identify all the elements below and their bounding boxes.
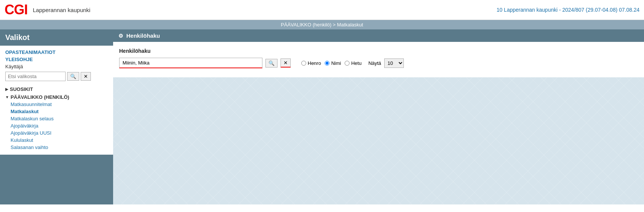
gear-icon: ⚙: [118, 33, 123, 39]
right-panel: ⚙ Henkilöhaku Henkilöhaku 🔍 ✕ Henro Nimi: [113, 29, 644, 204]
radio-henro[interactable]: [301, 61, 306, 66]
nav-section-suosikit: ▶ SUOSIKIT: [5, 86, 108, 92]
panel-title: Henkilöhaku: [126, 32, 160, 39]
panel-section-title: Henkilöhaku: [119, 48, 638, 54]
nav-item-matkalaskut[interactable]: Matkalaskut: [5, 108, 108, 115]
suosikit-arrow: ▶: [5, 87, 8, 91]
sidebar: Valikot OPASTEANIMAATIOT YLEISOHJE Käytt…: [0, 29, 113, 204]
main-search-input[interactable]: [119, 58, 262, 68]
sidebar-content: OPASTEANIMAATIOT YLEISOHJE Käyttäjä 🔍 ✕ …: [0, 46, 113, 155]
breadcrumb-text: PÄÄVALIKKO (henkilö) > Matkalaskut: [281, 22, 363, 28]
sidebar-link-opasteanimaatiot[interactable]: OPASTEANIMAATIOT: [5, 49, 108, 55]
radio-henro-label[interactable]: Henro: [301, 60, 321, 66]
main-clear-button[interactable]: ✕: [281, 58, 291, 68]
nav-section-paavaliko: ▼ PÄÄVALIKKO (HENKILÖ) Matkasuunnitelmat…: [5, 94, 108, 151]
search-form-row: 🔍 ✕ Henro Nimi Hetu Nä: [119, 58, 638, 68]
nayta-select[interactable]: 10 20 50 100: [384, 58, 404, 68]
panel-header: ⚙ Henkilöhaku: [113, 29, 644, 42]
nav-item-kululaskut[interactable]: Kululaskut: [5, 137, 108, 144]
radio-hetu[interactable]: [345, 61, 350, 66]
main-layout: Valikot OPASTEANIMAATIOT YLEISOHJE Käytt…: [0, 29, 644, 204]
main-search-button[interactable]: 🔍: [265, 59, 278, 68]
cgi-logo: CGI: [5, 3, 28, 17]
sidebar-search-row: 🔍 ✕: [5, 72, 108, 81]
paavaliko-arrow: ▼: [5, 95, 9, 99]
kayttaja-label: Käyttäjä: [5, 64, 108, 69]
nav-item-salasanan-vaihto[interactable]: Salasanan vaihto: [5, 144, 108, 151]
radio-nimi[interactable]: [325, 61, 330, 66]
sidebar-link-yleisohje[interactable]: YLEISOHJE: [5, 57, 108, 62]
nav-item-matkasuunnitelmat[interactable]: Matkasuunnitelmat: [5, 101, 108, 108]
sidebar-clear-button[interactable]: ✕: [81, 72, 91, 81]
paavaliko-label: PÄÄVALIKKO (HENKILÖ): [11, 94, 69, 100]
radio-henro-text: Henro: [308, 60, 321, 66]
suosikit-label: SUOSIKIT: [10, 86, 33, 92]
nav-item-matkalaskun-selaus[interactable]: Matkalaskun selaus: [5, 115, 108, 122]
sidebar-search-button[interactable]: 🔍: [67, 72, 79, 81]
nayta-label: Näytä: [368, 60, 381, 66]
suosikit-title[interactable]: ▶ SUOSIKIT: [5, 86, 108, 92]
nav-item-ajopaivakira[interactable]: Ajopäiväkirja: [5, 122, 108, 129]
radio-group: Henro Nimi Hetu: [301, 60, 362, 66]
sidebar-search-input[interactable]: [5, 72, 66, 81]
header-info: 10 Lapperannan kaupunki - 2024/807 (29.0…: [497, 7, 639, 13]
org-name: Lapperannan kaupunki: [33, 7, 90, 13]
paavaliko-title[interactable]: ▼ PÄÄVALIKKO (HENKILÖ): [5, 94, 108, 100]
radio-nimi-label[interactable]: Nimi: [325, 60, 341, 66]
breadcrumb: PÄÄVALIKKO (henkilö) > Matkalaskut: [0, 20, 644, 29]
radio-hetu-label[interactable]: Hetu: [345, 60, 361, 66]
sidebar-title: Valikot: [0, 29, 113, 46]
radio-nimi-text: Nimi: [331, 60, 341, 66]
panel-body: Henkilöhaku 🔍 ✕ Henro Nimi: [113, 42, 644, 77]
nav-item-ajopaivakira-uusi[interactable]: Ajopäiväkirja UUSI: [5, 129, 108, 137]
header: CGI Lapperannan kaupunki 10 Lapperannan …: [0, 0, 644, 20]
radio-hetu-text: Hetu: [351, 60, 361, 66]
